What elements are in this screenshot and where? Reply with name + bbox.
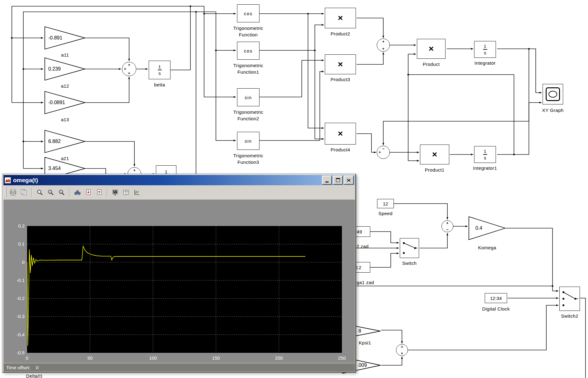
trig-label-line: Trigonometric [215,152,281,159]
product2-label: Product2 [325,30,356,37]
gain-block-a21[interactable]: 6.882 [44,130,86,153]
y-tick-label: 0.2 [8,223,25,229]
gain-triangle [469,216,506,240]
scope-display-button[interactable] [110,187,120,198]
plot-gridlines [27,226,342,353]
svg-text:x: x [49,191,51,193]
sum-sign: + [128,63,130,67]
gain-block-a13[interactable]: -0.0891 [44,91,86,114]
trig-fn: sin [245,95,252,100]
gain-block-a12[interactable]: 0.239 [44,58,86,81]
sum-block-top[interactable]: + + [377,39,390,52]
minimize-button[interactable] [322,176,332,185]
x-tick-label: 250 [336,355,348,361]
trig-fn: cos [244,48,253,53]
window-title: omega(t) [13,177,321,184]
xy-graph-block[interactable] [543,84,563,104]
integrator-block[interactable]: 1s [474,41,496,58]
svg-text:y: y [60,191,62,193]
constant-speed-block[interactable]: 12 [377,199,394,208]
restore-axes-button[interactable] [94,187,105,198]
save-axes-icon [85,189,92,196]
y-tick-label: -0.1 [8,277,25,284]
report-button[interactable] [18,187,29,198]
maximize-button[interactable] [333,176,343,185]
trig-label-2: Trigonometric Function2 [215,109,281,122]
x-tick-label: 150 [210,355,222,361]
sum-block-psi[interactable]: + + [396,344,408,356]
toolbar-separator [31,188,32,197]
frac-den: s [158,71,161,76]
switch2-block[interactable] [559,287,580,311]
zoom-y-button[interactable]: y [56,187,67,198]
sum-block-speed-error[interactable]: + − [441,220,453,232]
trig-label-line: Function1 [215,69,281,75]
scope-window[interactable]: omega(t) [2,174,356,372]
switch-label: Switch [398,260,421,266]
trig-fn: sin [245,138,252,144]
gain-block-komega[interactable]: 0.4 [469,216,506,240]
frac-num: 1 [484,149,486,154]
sum-sign: + [128,71,130,75]
gain-block-a11[interactable]: -0.891 [44,26,86,49]
product3-block[interactable]: × [325,54,356,74]
switch-block[interactable] [400,238,419,258]
product4-block[interactable]: × [325,123,356,145]
zoom-y-icon: y [58,189,65,196]
frac-den: s [484,50,486,55]
scope-status-bar: Time offset: 0 [3,363,355,371]
scope-toolbar: x y [3,185,355,200]
switch-icon [561,288,579,310]
switch2-label: Switch2 [557,313,582,319]
product1-label: Product1 [420,167,449,173]
y-tick-label: -0.4 [8,332,25,338]
x-tick-label: 100 [147,355,159,361]
integrator1-label: Integrator1 [465,165,505,171]
multiply-icon: × [338,129,343,138]
multiply-icon: × [429,44,434,53]
constant-omega1zad-label: ga1 zad [357,279,385,286]
trig-fn: cos [244,11,253,16]
scope-titlebar[interactable]: omega(t) [3,175,355,185]
sum-sign: + [401,345,403,349]
close-button[interactable] [344,176,354,185]
gain-kpsi1-value: 8 [358,328,361,334]
sum-sign: + [382,39,385,44]
product2-block[interactable]: × [325,8,356,28]
product1-block[interactable]: × [420,145,449,164]
integrator-block-betta[interactable]: 1s [149,61,170,79]
zoom-x-button[interactable]: x [45,187,56,198]
zoom-button[interactable] [34,187,45,198]
sum-block-1[interactable]: + + + [122,62,136,76]
integrator1-block[interactable]: 1s [474,146,496,163]
multiply-icon: × [338,60,343,69]
trig-block-sin2[interactable]: sin [237,88,259,106]
frac-den: s [484,155,486,160]
x-tick-label: 0 [21,355,33,361]
autoscale-button[interactable] [72,187,83,198]
sum-sign: + [382,47,385,51]
parameters-button[interactable] [120,187,131,198]
trig-block-sin3[interactable]: sin [237,132,259,150]
toolbar-separator [69,188,70,197]
toolbar-handle[interactable] [5,187,7,197]
sum-sign: − [446,228,449,232]
trig-label-line: Function3 [215,159,281,165]
sum-block-low[interactable]: − + [377,146,390,159]
signal-selection-button[interactable] [131,187,142,198]
close-icon [347,179,351,182]
minimize-icon [325,182,329,182]
save-axes-button[interactable] [83,187,94,198]
digital-clock-block[interactable]: 12:34 [485,293,507,303]
gain-a22-value: 3.454 [48,166,61,171]
trig-label-line: Function2 [215,115,281,122]
scope-plot-canvas[interactable] [27,226,342,353]
trig-label-1: Trigonometric Function1 [215,62,281,75]
trig-block-cos[interactable]: cos [237,4,259,22]
print-button[interactable] [7,187,18,198]
trig-block-cos1[interactable]: cos [237,42,259,60]
product-block[interactable]: × [417,39,446,59]
frac-num: 1 [484,44,486,48]
product3-label: Product3 [325,76,356,83]
constant-omega2zad-label: 2 zad [357,243,378,250]
